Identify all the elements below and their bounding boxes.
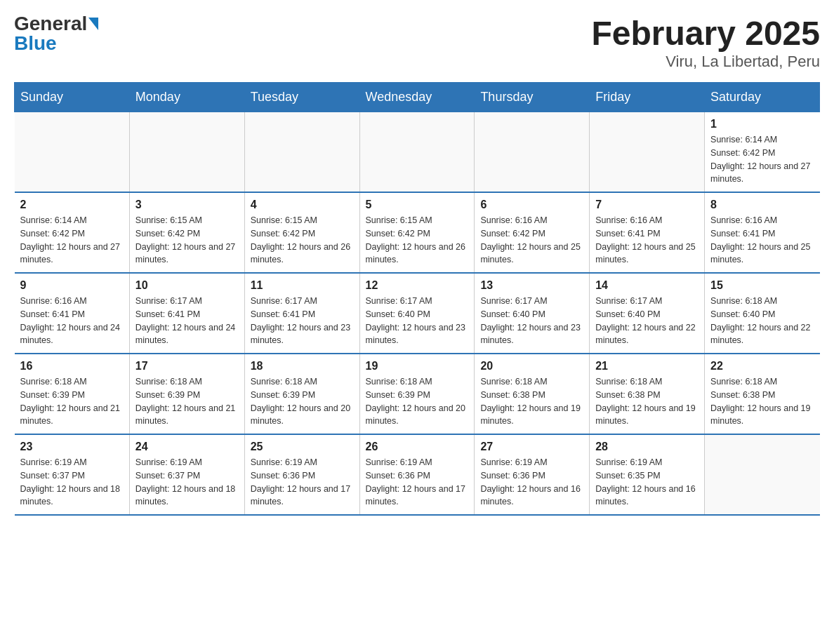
day-info: Sunrise: 6:19 AM Sunset: 6:37 PM Dayligh… <box>20 456 124 509</box>
day-number: 28 <box>595 441 699 453</box>
day-number: 27 <box>480 441 583 453</box>
day-info: Sunrise: 6:17 AM Sunset: 6:40 PM Dayligh… <box>595 295 699 347</box>
calendar-table: Sunday Monday Tuesday Wednesday Thursday… <box>14 82 820 516</box>
calendar-cell <box>15 112 130 193</box>
calendar-cell: 17Sunrise: 6:18 AM Sunset: 6:39 PM Dayli… <box>129 354 244 434</box>
calendar-cell: 10Sunrise: 6:17 AM Sunset: 6:41 PM Dayli… <box>129 273 244 354</box>
calendar-cell: 22Sunrise: 6:18 AM Sunset: 6:38 PM Dayli… <box>705 354 820 434</box>
calendar-cell: 25Sunrise: 6:19 AM Sunset: 6:36 PM Dayli… <box>244 434 359 515</box>
day-info: Sunrise: 6:17 AM Sunset: 6:40 PM Dayligh… <box>366 295 469 347</box>
day-number: 2 <box>20 199 124 211</box>
day-number: 11 <box>251 279 354 292</box>
day-info: Sunrise: 6:15 AM Sunset: 6:42 PM Dayligh… <box>366 214 469 267</box>
day-number: 25 <box>251 441 354 453</box>
day-number: 10 <box>135 279 239 292</box>
day-info: Sunrise: 6:16 AM Sunset: 6:42 PM Dayligh… <box>480 214 583 267</box>
day-info: Sunrise: 6:18 AM Sunset: 6:40 PM Dayligh… <box>710 295 814 347</box>
calendar-cell <box>705 434 820 515</box>
day-number: 13 <box>480 279 583 292</box>
calendar-cell: 7Sunrise: 6:16 AM Sunset: 6:41 PM Daylig… <box>590 192 705 273</box>
calendar-cell: 2Sunrise: 6:14 AM Sunset: 6:42 PM Daylig… <box>15 192 130 273</box>
day-number: 3 <box>135 199 239 211</box>
day-info: Sunrise: 6:18 AM Sunset: 6:39 PM Dayligh… <box>135 375 239 428</box>
day-info: Sunrise: 6:19 AM Sunset: 6:36 PM Dayligh… <box>480 456 583 509</box>
calendar-title-block: February 2025 Viru, La Libertad, Peru <box>591 14 820 71</box>
day-info: Sunrise: 6:18 AM Sunset: 6:39 PM Dayligh… <box>20 375 124 428</box>
day-number: 15 <box>710 279 814 292</box>
logo-general-text: General <box>14 14 87 34</box>
day-number: 4 <box>251 199 354 211</box>
day-info: Sunrise: 6:17 AM Sunset: 6:40 PM Dayligh… <box>480 295 583 347</box>
day-number: 14 <box>595 279 699 292</box>
logo-blue-text: Blue <box>14 34 57 53</box>
day-info: Sunrise: 6:15 AM Sunset: 6:42 PM Dayligh… <box>135 214 239 267</box>
day-number: 22 <box>710 360 814 373</box>
calendar-cell: 15Sunrise: 6:18 AM Sunset: 6:40 PM Dayli… <box>705 273 820 354</box>
day-number: 18 <box>251 360 354 373</box>
calendar-cell: 19Sunrise: 6:18 AM Sunset: 6:39 PM Dayli… <box>359 354 475 434</box>
calendar-subtitle: Viru, La Libertad, Peru <box>591 53 820 71</box>
calendar-cell: 20Sunrise: 6:18 AM Sunset: 6:38 PM Dayli… <box>475 354 590 434</box>
header-thursday: Thursday <box>475 83 590 112</box>
header-monday: Monday <box>129 83 244 112</box>
calendar-cell: 11Sunrise: 6:17 AM Sunset: 6:41 PM Dayli… <box>244 273 359 354</box>
day-number: 8 <box>710 199 814 211</box>
header-saturday: Saturday <box>705 83 820 112</box>
calendar-cell: 12Sunrise: 6:17 AM Sunset: 6:40 PM Dayli… <box>359 273 475 354</box>
calendar-week-row: 2Sunrise: 6:14 AM Sunset: 6:42 PM Daylig… <box>15 192 820 273</box>
day-info: Sunrise: 6:19 AM Sunset: 6:35 PM Dayligh… <box>595 456 699 509</box>
calendar-cell <box>590 112 705 193</box>
calendar-cell: 21Sunrise: 6:18 AM Sunset: 6:38 PM Dayli… <box>590 354 705 434</box>
calendar-week-row: 16Sunrise: 6:18 AM Sunset: 6:39 PM Dayli… <box>15 354 820 434</box>
day-info: Sunrise: 6:19 AM Sunset: 6:36 PM Dayligh… <box>366 456 469 509</box>
day-info: Sunrise: 6:16 AM Sunset: 6:41 PM Dayligh… <box>20 295 124 347</box>
calendar-cell <box>129 112 244 193</box>
day-number: 21 <box>595 360 699 373</box>
day-number: 7 <box>595 199 699 211</box>
calendar-cell: 8Sunrise: 6:16 AM Sunset: 6:41 PM Daylig… <box>705 192 820 273</box>
calendar-cell: 3Sunrise: 6:15 AM Sunset: 6:42 PM Daylig… <box>129 192 244 273</box>
logo-arrow-icon <box>88 18 98 30</box>
day-info: Sunrise: 6:17 AM Sunset: 6:41 PM Dayligh… <box>251 295 354 347</box>
calendar-cell: 6Sunrise: 6:16 AM Sunset: 6:42 PM Daylig… <box>475 192 590 273</box>
day-number: 16 <box>20 360 124 373</box>
logo: General Blue <box>14 14 98 53</box>
day-info: Sunrise: 6:19 AM Sunset: 6:36 PM Dayligh… <box>251 456 354 509</box>
day-number: 26 <box>366 441 469 453</box>
calendar-cell: 27Sunrise: 6:19 AM Sunset: 6:36 PM Dayli… <box>475 434 590 515</box>
day-info: Sunrise: 6:15 AM Sunset: 6:42 PM Dayligh… <box>251 214 354 267</box>
day-info: Sunrise: 6:16 AM Sunset: 6:41 PM Dayligh… <box>595 214 699 267</box>
day-number: 1 <box>710 118 814 130</box>
calendar-cell: 24Sunrise: 6:19 AM Sunset: 6:37 PM Dayli… <box>129 434 244 515</box>
day-info: Sunrise: 6:18 AM Sunset: 6:38 PM Dayligh… <box>595 375 699 428</box>
day-number: 9 <box>20 279 124 292</box>
day-number: 19 <box>366 360 469 373</box>
day-info: Sunrise: 6:16 AM Sunset: 6:41 PM Dayligh… <box>710 214 814 267</box>
day-info: Sunrise: 6:17 AM Sunset: 6:41 PM Dayligh… <box>135 295 239 347</box>
calendar-cell: 1Sunrise: 6:14 AM Sunset: 6:42 PM Daylig… <box>705 112 820 193</box>
day-info: Sunrise: 6:18 AM Sunset: 6:39 PM Dayligh… <box>366 375 469 428</box>
calendar-cell: 4Sunrise: 6:15 AM Sunset: 6:42 PM Daylig… <box>244 192 359 273</box>
calendar-cell <box>244 112 359 193</box>
day-info: Sunrise: 6:14 AM Sunset: 6:42 PM Dayligh… <box>20 214 124 267</box>
calendar-week-row: 9Sunrise: 6:16 AM Sunset: 6:41 PM Daylig… <box>15 273 820 354</box>
day-info: Sunrise: 6:18 AM Sunset: 6:38 PM Dayligh… <box>480 375 583 428</box>
calendar-cell: 26Sunrise: 6:19 AM Sunset: 6:36 PM Dayli… <box>359 434 475 515</box>
day-number: 17 <box>135 360 239 373</box>
day-info: Sunrise: 6:18 AM Sunset: 6:39 PM Dayligh… <box>251 375 354 428</box>
header-sunday: Sunday <box>15 83 130 112</box>
day-number: 6 <box>480 199 583 211</box>
header-friday: Friday <box>590 83 705 112</box>
day-number: 23 <box>20 441 124 453</box>
calendar-cell <box>359 112 475 193</box>
day-number: 5 <box>366 199 469 211</box>
calendar-cell: 16Sunrise: 6:18 AM Sunset: 6:39 PM Dayli… <box>15 354 130 434</box>
day-info: Sunrise: 6:14 AM Sunset: 6:42 PM Dayligh… <box>710 133 814 186</box>
calendar-week-row: 1Sunrise: 6:14 AM Sunset: 6:42 PM Daylig… <box>15 112 820 193</box>
calendar-cell: 9Sunrise: 6:16 AM Sunset: 6:41 PM Daylig… <box>15 273 130 354</box>
day-number: 12 <box>366 279 469 292</box>
calendar-cell <box>475 112 590 193</box>
calendar-title: February 2025 <box>591 14 820 53</box>
page-header: General Blue February 2025 Viru, La Libe… <box>14 14 820 71</box>
calendar-cell: 23Sunrise: 6:19 AM Sunset: 6:37 PM Dayli… <box>15 434 130 515</box>
